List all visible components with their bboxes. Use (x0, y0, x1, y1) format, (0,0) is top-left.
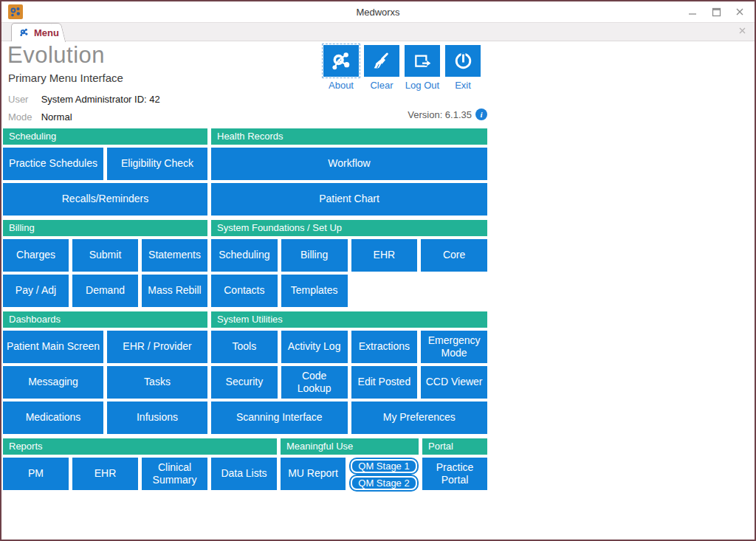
about-button[interactable]: About (323, 45, 359, 91)
foundations-core-button[interactable]: Core (421, 239, 487, 272)
mass-rebill-button[interactable]: Mass Rebill (142, 275, 207, 307)
ehr-provider-button[interactable]: EHR / Provider (107, 331, 207, 363)
page-subtitle: Primary Menu Interface (8, 72, 123, 84)
patient-main-screen-button[interactable]: Patient Main Screen (3, 331, 103, 363)
qm-stack: QM Stage 1 QM Stage 2 (349, 458, 419, 492)
minimize-icon[interactable] (687, 6, 698, 18)
section-header-utilities: System Utilities (211, 311, 487, 328)
clear-label: Clear (364, 80, 399, 91)
user-value: System Administrator ID: 42 (41, 94, 160, 105)
reports-ehr-button[interactable]: EHR (72, 458, 138, 490)
toolbar: About Clear (323, 45, 481, 91)
reports-pm-button[interactable]: PM (3, 458, 69, 490)
section-header-reports: Reports (3, 438, 277, 455)
patient-chart-button[interactable]: Patient Chart (211, 183, 487, 216)
close-icon[interactable] (734, 6, 746, 18)
about-label: About (323, 80, 359, 91)
section-header-foundations: System Foundations / Set Up (211, 220, 487, 236)
practice-schedules-button[interactable]: Practice Schedules (3, 148, 103, 180)
window-title: Medworxs (1, 7, 755, 18)
security-button[interactable]: Security (211, 366, 278, 399)
qm-stage-1-button[interactable]: QM Stage 1 (351, 459, 417, 473)
emergency-mode-button[interactable]: Emergency Mode (421, 331, 487, 363)
code-lookup-button[interactable]: Code Lookup (281, 366, 348, 399)
power-icon (445, 45, 481, 77)
user-row: User System Administrator ID: 42 (8, 94, 160, 105)
eligibility-check-button[interactable]: Eligibility Check (107, 148, 207, 180)
app-logo-icon (8, 4, 23, 19)
molecule-icon (18, 27, 30, 38)
pay-adj-button[interactable]: Pay / Adj (3, 275, 69, 307)
logout-button[interactable]: Log Out (405, 45, 440, 91)
charges-button[interactable]: Charges (3, 239, 69, 272)
section-meaningful-use: Meaningful Use MU Report QM Stage 1 QM S… (281, 438, 419, 492)
foundations-ehr-button[interactable]: EHR (351, 239, 418, 272)
molecule-icon (323, 45, 359, 77)
section-header-portal: Portal (422, 438, 487, 455)
infusions-button[interactable]: Infusions (107, 402, 207, 434)
window-controls (687, 6, 755, 18)
app-window: Medworxs Me (0, 0, 756, 541)
messaging-button[interactable]: Messaging (3, 366, 103, 399)
tab-menu-label: Menu (34, 27, 59, 38)
section-reports: Reports PM EHR Clinical Summary Data Lis… (3, 438, 277, 492)
mode-label: Mode (8, 111, 38, 123)
section-dashboards: Dashboards Patient Main Screen EHR / Pro… (3, 311, 207, 434)
main-content: Evolution Primary Menu Interface About (1, 41, 755, 540)
info-icon[interactable]: i (475, 108, 487, 120)
ccd-viewer-button[interactable]: CCD Viewer (421, 366, 487, 399)
section-header-meaningful-use: Meaningful Use (281, 438, 419, 455)
extractions-button[interactable]: Extractions (351, 331, 418, 363)
mode-row: Mode Normal (8, 111, 72, 123)
section-header-billing: Billing (3, 220, 207, 236)
qm-stage-2-button[interactable]: QM Stage 2 (351, 476, 417, 490)
title-bar: Medworxs (1, 1, 755, 22)
tab-menu[interactable]: Menu (11, 23, 57, 41)
section-header-health-records: Health Records (211, 128, 487, 145)
workflow-button[interactable]: Workflow (211, 148, 487, 180)
data-lists-button[interactable]: Data Lists (211, 458, 277, 490)
exit-button[interactable]: Exit (445, 45, 481, 91)
statements-button[interactable]: Statements (142, 239, 207, 272)
mu-report-button[interactable]: MU Report (281, 458, 346, 490)
section-billing: Billing Charges Submit Statements Pay / … (3, 220, 207, 307)
scanning-interface-button[interactable]: Scanning Interface (211, 402, 348, 434)
logout-icon (405, 45, 440, 77)
medications-button[interactable]: Medications (3, 402, 103, 434)
tasks-button[interactable]: Tasks (107, 366, 207, 399)
section-header-scheduling: Scheduling (3, 128, 207, 145)
foundations-billing-button[interactable]: Billing (281, 239, 348, 272)
section-utilities: System Utilities Tools Activity Log Extr… (211, 311, 487, 434)
foundations-scheduling-button[interactable]: Scheduling (211, 239, 278, 272)
templates-button[interactable]: Templates (281, 275, 348, 307)
section-health-records: Health Records Workflow Patient Chart (211, 128, 487, 216)
broom-icon (364, 45, 399, 77)
my-preferences-button[interactable]: My Preferences (351, 402, 488, 434)
section-scheduling: Scheduling Practice Schedules Eligibilit… (3, 128, 207, 216)
user-label: User (8, 94, 38, 105)
clinical-summary-button[interactable]: Clinical Summary (142, 458, 207, 490)
version-text: Version: 6.1.35 (408, 109, 472, 120)
tab-close-icon[interactable] (738, 27, 746, 35)
edit-posted-button[interactable]: Edit Posted (351, 366, 418, 399)
exit-label: Exit (445, 80, 481, 91)
mode-value: Normal (41, 111, 72, 123)
section-foundations: System Foundations / Set Up Scheduling B… (211, 220, 487, 307)
tools-button[interactable]: Tools (211, 331, 278, 363)
demand-button[interactable]: Demand (72, 275, 138, 307)
section-header-dashboards: Dashboards (3, 311, 207, 328)
menu-grid: Scheduling Practice Schedules Eligibilit… (3, 128, 487, 496)
logout-label: Log Out (405, 80, 440, 91)
section-portal: Portal Practice Portal (422, 438, 487, 492)
tab-strip: Menu (1, 22, 755, 41)
page-title: Evolution (7, 42, 105, 69)
practice-portal-button[interactable]: Practice Portal (422, 458, 487, 490)
maximize-icon[interactable] (710, 6, 722, 18)
contacts-button[interactable]: Contacts (211, 275, 278, 307)
recalls-reminders-button[interactable]: Recalls/Reminders (3, 183, 207, 216)
activity-log-button[interactable]: Activity Log (281, 331, 348, 363)
clear-button[interactable]: Clear (364, 45, 399, 91)
submit-button[interactable]: Submit (72, 239, 138, 272)
version-row: Version: 6.1.35 i (408, 108, 487, 120)
